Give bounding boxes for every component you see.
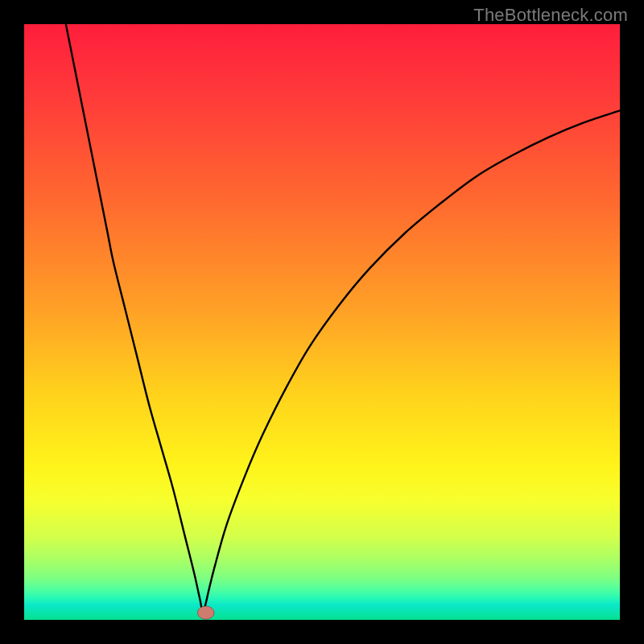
chart-frame: TheBottleneck.com [0,0,644,644]
watermark-text: TheBottleneck.com [473,5,628,26]
minimum-marker [197,606,214,619]
chart-svg [24,24,620,620]
gradient-background [24,24,620,620]
plot-area [24,24,620,620]
